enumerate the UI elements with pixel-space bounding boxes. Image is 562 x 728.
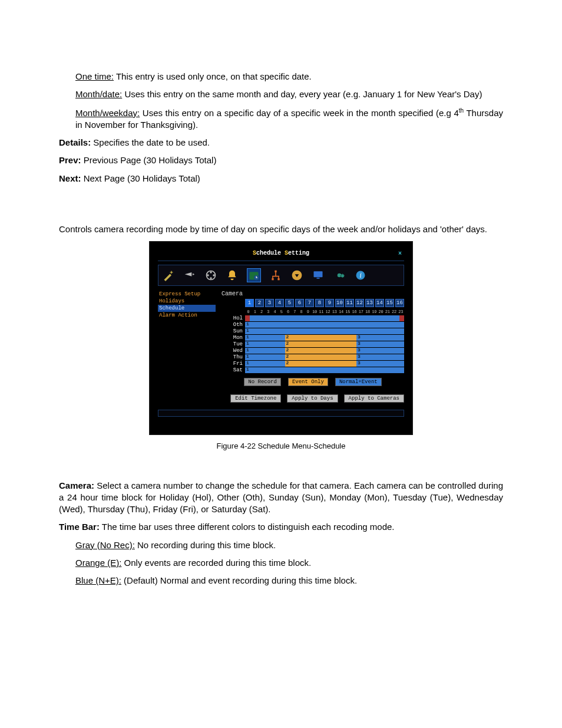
- schedule-row-label: Sun: [222, 328, 245, 334]
- schedule-segment[interactable]: 1: [245, 367, 404, 373]
- sidebar-item-alarm-action[interactable]: Alarm Action: [158, 312, 216, 319]
- schedule-segment[interactable]: 1: [245, 341, 285, 347]
- text-gray-def: Gray (No Rec): No recording during this …: [75, 539, 503, 551]
- schedule-segment[interactable]: 2: [285, 354, 357, 360]
- dvr-main-panel: Camera 12345678910111213141516 012345678…: [222, 291, 404, 403]
- schedule-bar[interactable]: 1: [245, 328, 404, 334]
- schedule-row-label: Hol: [222, 315, 245, 321]
- camera-number-11[interactable]: 11: [345, 299, 354, 307]
- schedule-segment[interactable]: 2: [285, 361, 357, 367]
- camera-label: Camera: [222, 291, 404, 297]
- camera-number-1[interactable]: 1: [245, 299, 254, 307]
- legend-normal-event: Normal+Event: [335, 378, 382, 386]
- schedule-bar[interactable]: 123: [245, 341, 404, 347]
- schedule-segment[interactable]: [245, 315, 250, 321]
- camera-number-15[interactable]: 15: [385, 299, 394, 307]
- hour-tick: 13: [331, 309, 338, 314]
- schedule-segment[interactable]: 2: [285, 335, 357, 341]
- close-icon[interactable]: ×: [396, 250, 404, 258]
- schedule-segment[interactable]: 1: [245, 335, 285, 341]
- label-one-time: One time:: [75, 71, 114, 81]
- text-blue-def: Blue (N+E): (Default) Normal and event r…: [75, 575, 503, 587]
- svg-point-1: [210, 271, 211, 273]
- schedule-segment[interactable]: 1: [245, 354, 285, 360]
- hour-tick: 4: [272, 309, 278, 314]
- sidebar-item-schedule[interactable]: Schedule: [158, 305, 216, 312]
- schedule-bar[interactable]: 123: [245, 361, 404, 367]
- camera-number-12[interactable]: 12: [355, 299, 364, 307]
- schedule-segment[interactable]: [250, 315, 399, 321]
- sidebar-item-express-setup[interactable]: Express Setup: [158, 291, 216, 298]
- schedule-bar[interactable]: 123: [245, 335, 404, 341]
- sidebar-item-holidays[interactable]: Holidays: [158, 298, 216, 305]
- search-icon[interactable]: [290, 269, 303, 282]
- schedule-row-label: Wed: [222, 348, 245, 354]
- camera-number-13[interactable]: 13: [365, 299, 374, 307]
- schedule-row-mon: Mon123: [222, 335, 404, 341]
- label-month-weekday: Month/weekday:: [75, 108, 140, 118]
- camera-number-7[interactable]: 7: [305, 299, 314, 307]
- camera-number-row: 12345678910111213141516: [245, 299, 404, 307]
- dvr-titlebar: Schedule Setting ×: [158, 250, 404, 261]
- text-one-time: One time: This entry is used only once, …: [75, 71, 503, 83]
- dvr-footer: [158, 410, 404, 417]
- schedule-segment[interactable]: 3: [356, 341, 404, 347]
- schedule-icon[interactable]: [247, 268, 261, 282]
- hour-tick: 22: [391, 309, 398, 314]
- schedule-segment[interactable]: 2: [285, 348, 357, 354]
- apply-to-days-button[interactable]: Apply to Days: [287, 394, 338, 403]
- schedule-segment[interactable]: 3: [356, 335, 404, 341]
- camera-number-3[interactable]: 3: [265, 299, 274, 307]
- schedule-segment[interactable]: 1: [245, 348, 285, 354]
- svg-rect-11: [317, 278, 320, 279]
- hour-tick: 14: [338, 309, 345, 314]
- schedule-segment[interactable]: [399, 315, 404, 321]
- reel-icon[interactable]: [204, 269, 217, 282]
- schedule-setting-screenshot: Schedule Setting ×: [149, 241, 413, 435]
- schedule-row-fri: Fri123: [222, 361, 404, 367]
- camera-number-9[interactable]: 9: [325, 299, 334, 307]
- text-details: Details: Specifies the date to be used.: [59, 137, 503, 149]
- apply-to-cameras-button[interactable]: Apply to Cameras: [344, 394, 404, 403]
- schedule-segment[interactable]: 3: [356, 348, 404, 354]
- hour-ruler: 01234567891011121314151617181920212223: [245, 309, 404, 314]
- legend-event-only: Event Only: [288, 378, 328, 386]
- text-prev: Prev: Previous Page (30 Holidays Total): [59, 154, 503, 166]
- legend-no-record: No Record: [244, 378, 281, 386]
- svg-rect-9: [277, 278, 279, 280]
- schedule-segment[interactable]: 1: [245, 322, 404, 328]
- network-icon[interactable]: [269, 269, 282, 282]
- camera-number-16[interactable]: 16: [395, 299, 404, 307]
- schedule-segment[interactable]: 1: [245, 328, 404, 334]
- schedule-row-label: Tue: [222, 341, 245, 347]
- schedule-segment[interactable]: 3: [356, 354, 404, 360]
- schedule-bar[interactable]: 123: [245, 348, 404, 354]
- camera-number-6[interactable]: 6: [295, 299, 304, 307]
- camera-number-14[interactable]: 14: [375, 299, 384, 307]
- display-icon[interactable]: [312, 269, 325, 282]
- hour-tick: 7: [292, 309, 298, 314]
- schedule-bar[interactable]: 1: [245, 367, 404, 373]
- camera-number-10[interactable]: 10: [335, 299, 344, 307]
- camera-icon[interactable]: [183, 269, 196, 282]
- schedule-row-label: Oth: [222, 322, 245, 328]
- edit-timezone-button[interactable]: Edit Timezone: [230, 394, 281, 403]
- wand-icon[interactable]: [162, 269, 175, 282]
- hour-tick: 8: [298, 309, 305, 314]
- info-icon[interactable]: i: [354, 269, 367, 282]
- schedule-segment[interactable]: 2: [285, 341, 357, 347]
- schedule-segment[interactable]: 1: [245, 361, 285, 367]
- legend-row: No Record Event Only Normal+Event: [222, 378, 404, 386]
- camera-number-5[interactable]: 5: [285, 299, 294, 307]
- camera-number-4[interactable]: 4: [275, 299, 284, 307]
- gear-icon[interactable]: [333, 269, 346, 282]
- camera-number-8[interactable]: 8: [315, 299, 324, 307]
- schedule-bar[interactable]: [245, 315, 404, 321]
- schedule-segment[interactable]: 3: [356, 361, 404, 367]
- camera-number-2[interactable]: 2: [255, 299, 264, 307]
- hour-tick: 1: [252, 309, 258, 314]
- schedule-row-sat: Sat1: [222, 367, 404, 373]
- bell-icon[interactable]: [226, 269, 239, 282]
- schedule-bar[interactable]: 1: [245, 322, 404, 328]
- schedule-bar[interactable]: 123: [245, 354, 404, 360]
